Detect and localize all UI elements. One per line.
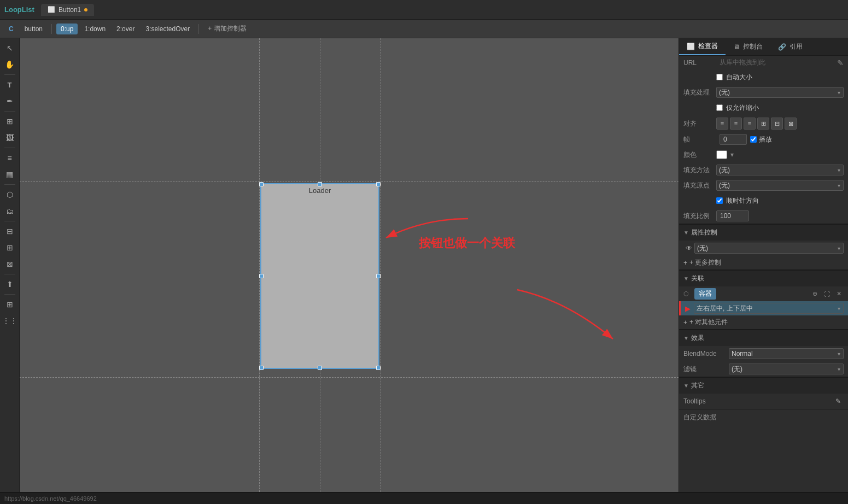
align-btn-0[interactable]: ≡ [716, 118, 728, 130]
relation-close-icon[interactable]: ✕ [834, 289, 844, 299]
clockwise-row: 顺时针方向 [679, 193, 848, 208]
auto-size-label: 自动大小 [726, 73, 752, 82]
filter-row: 滤镜 (无) [679, 361, 848, 377]
clockwise-checkbox[interactable] [716, 197, 723, 204]
handle-ml[interactable] [259, 274, 264, 278]
tab-icon: ⬜ [48, 6, 55, 13]
toolbar-state-1[interactable]: 1:down [80, 24, 110, 34]
effects-label: 效果 [691, 333, 704, 343]
align-buttons: ≡ ≡ ≡ ⊞ ⊟ ⊠ [716, 118, 797, 130]
tab-console[interactable]: 🖥 控制台 [726, 38, 770, 55]
more-controls-link[interactable]: + + 更多控制 [679, 256, 848, 269]
active-tab[interactable]: ⬜ Button1 [41, 4, 94, 16]
url-row: URL 从库中拖拽到此 ✎ [679, 56, 848, 69]
align-btn-3[interactable]: ⊞ [757, 118, 769, 130]
play-checkbox[interactable] [750, 136, 757, 143]
add-other-element-link[interactable]: + + 对其他元件 [679, 315, 848, 329]
handle-mr[interactable] [376, 274, 381, 278]
tool-image[interactable]: 🖼 [2, 130, 17, 145]
tool-text[interactable]: T [2, 77, 17, 92]
align-btn-1[interactable]: ≡ [730, 118, 742, 130]
tool-list[interactable]: ≡ [2, 150, 17, 166]
toolbar-state-0[interactable]: 0:up [56, 24, 78, 34]
tool-table[interactable]: ⊞ [2, 240, 17, 255]
relation-target-icon[interactable]: ⊕ [810, 289, 820, 299]
relation-container-tag[interactable]: 容器 [694, 288, 716, 300]
tool-hand[interactable]: ✋ [2, 57, 17, 72]
tool-import[interactable]: ⬆ [2, 277, 17, 292]
effects-section[interactable]: ▼ 效果 [679, 330, 848, 346]
relation-section[interactable]: ▼ 关联 [679, 270, 848, 286]
filter-select[interactable]: (无) [729, 364, 844, 374]
align-btn-4[interactable]: ⊟ [771, 118, 783, 130]
color-row: 颜色 ▾ [679, 147, 848, 162]
frame-input[interactable] [720, 134, 747, 145]
left-toolbar: ↖ ✋ T ✒ ⊞ 🖼 ≡ ▦ ⬡ 🗂 ⊟ ⊞ ⊠ ⬆ ⊞ ⋮⋮ [0, 38, 20, 492]
guide-v-left [259, 38, 260, 492]
loader-element[interactable]: Loader [260, 183, 379, 369]
tool-grid[interactable]: ▦ [2, 167, 17, 182]
relation-position-select[interactable]: 左右居中, 上下居中 [694, 303, 844, 314]
toolbar-c-label: C [4, 24, 18, 34]
tab-console-label: 控制台 [743, 42, 763, 51]
align-btn-5[interactable]: ⊠ [785, 118, 797, 130]
relation-position-row: ▶ 左右居中, 上下居中 [679, 301, 848, 315]
handle-tr[interactable] [376, 182, 381, 186]
annotation-text: 按钮也做一个关联 [419, 236, 515, 250]
tool-cube[interactable]: ⬡ [2, 187, 17, 202]
fill-method-select-wrap: (无) [716, 165, 844, 175]
canvas-area[interactable]: Loader 按钮也做一个关联 [20, 38, 679, 492]
tool-align[interactable]: ⊟ [2, 224, 17, 239]
tool-select[interactable]: ↖ [2, 40, 17, 56]
tool-pen[interactable]: ✒ [2, 93, 17, 109]
tab-reference[interactable]: 🔗 引用 [770, 38, 810, 55]
toolbar-add-controller[interactable]: + 增加控制器 [203, 22, 250, 35]
filter-select-wrap: (无) [729, 364, 844, 374]
tool-stack[interactable]: ⊠ [2, 256, 17, 272]
tab-inspector[interactable]: ⬜ 检查器 [679, 38, 726, 55]
eye-icon[interactable]: 👁 [683, 243, 694, 254]
custom-data-label: 自定义数据 [683, 413, 716, 422]
tool-layout[interactable]: ⊞ [2, 114, 17, 129]
property-control-section[interactable]: ▼ 属性控制 [679, 224, 848, 241]
handle-bc[interactable] [318, 366, 322, 370]
play-label: 播放 [759, 135, 772, 144]
relation-fullscreen-icon[interactable]: ⛶ [822, 289, 832, 299]
color-swatch[interactable] [716, 150, 727, 159]
color-dropdown-icon[interactable]: ▾ [730, 151, 734, 159]
url-label: URL [683, 59, 716, 67]
tab-modified-dot [84, 8, 87, 11]
toolbar-button-label[interactable]: button [20, 24, 47, 34]
blend-mode-row: BlendMode Normal [679, 346, 848, 361]
fill-process-select[interactable]: (无) [716, 87, 844, 98]
blend-mode-select[interactable]: Normal [729, 348, 844, 359]
relation-icon-left: ⬡ [683, 290, 692, 297]
fill-method-select[interactable]: (无) [716, 165, 844, 175]
tab-inspector-label: 检查器 [698, 42, 718, 51]
shrink-only-checkbox[interactable] [716, 104, 723, 111]
toolbar-separator-2 [198, 24, 199, 34]
fill-ratio-row: 填充比例 [679, 208, 848, 224]
property-control-arrow: ▼ [683, 230, 689, 236]
relation-tag-row: ⬡ 容器 ⊕ ⛶ ✕ [679, 286, 848, 301]
annotation-text-container: 按钮也做一个关联 [419, 235, 515, 251]
tab-name: Button1 [59, 6, 81, 14]
handle-bl[interactable] [259, 366, 264, 370]
fill-ratio-input[interactable] [716, 210, 749, 221]
toolbar-state-2[interactable]: 2:over [112, 24, 139, 34]
other-section[interactable]: ▼ 其它 [679, 377, 848, 394]
toolbar-state-3[interactable]: 3:selectedOver [141, 24, 194, 34]
align-btn-2[interactable]: ≡ [744, 118, 756, 130]
handle-br[interactable] [376, 366, 381, 370]
tool-grid2[interactable]: ⊞ [2, 297, 17, 312]
tool-dots[interactable]: ⋮⋮ [2, 313, 17, 329]
tool-layers[interactable]: 🗂 [2, 203, 17, 219]
handle-tl[interactable] [259, 182, 264, 186]
url-edit-icon[interactable]: ✎ [837, 58, 844, 67]
handle-tc[interactable] [318, 182, 322, 186]
fill-origin-select[interactable]: (无) [716, 180, 844, 191]
right-panel: ⬜ 检查器 🖥 控制台 🔗 引用 URL 从库中拖拽到此 ✎ [679, 38, 848, 492]
property-eye-select[interactable]: (无) [694, 243, 844, 254]
tooltips-edit-icon[interactable]: ✎ [833, 396, 844, 407]
auto-size-checkbox[interactable] [716, 74, 723, 80]
